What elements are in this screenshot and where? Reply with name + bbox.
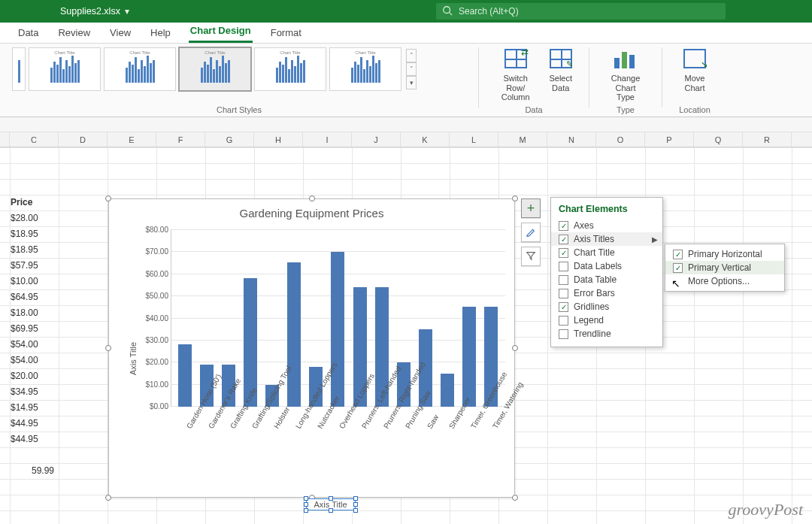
y-axis-title[interactable]: Axis Title — [129, 342, 138, 375]
cell[interactable]: $64.95 — [11, 289, 59, 305]
resize-handle[interactable] — [512, 495, 518, 501]
chart-element-option[interactable]: Axes — [551, 219, 662, 232]
checkbox-icon[interactable] — [559, 329, 568, 339]
bar[interactable] — [462, 307, 476, 407]
gallery-more-icon[interactable]: ▾ — [406, 76, 417, 89]
chart-element-option[interactable]: Data Table — [551, 273, 662, 286]
col-header[interactable]: R — [743, 132, 792, 147]
col-header[interactable]: P — [645, 132, 694, 147]
resize-handle[interactable] — [105, 195, 111, 201]
chart-filters-button[interactable] — [521, 247, 541, 266]
col-header[interactable]: L — [450, 132, 498, 147]
chart-elements-button[interactable]: + — [521, 198, 541, 218]
resize-handle[interactable] — [309, 195, 315, 201]
chart-style-thumb[interactable]: Chart Title — [329, 47, 401, 91]
bar[interactable] — [331, 252, 344, 407]
move-chart-button[interactable]: ➘ Move Chart — [679, 47, 710, 94]
checkbox-icon[interactable] — [559, 262, 568, 271]
checkbox-icon[interactable] — [559, 235, 568, 244]
chart-styles-button[interactable] — [521, 223, 541, 242]
checkbox-icon[interactable] — [559, 248, 568, 258]
cell[interactable]: $69.95 — [11, 321, 59, 337]
chart-element-option[interactable]: Axis Titles▶ — [551, 232, 662, 246]
checkbox-icon[interactable] — [559, 302, 568, 312]
col-header[interactable]: O — [596, 132, 645, 147]
chart-style-thumb[interactable]: Chart Title — [254, 47, 326, 91]
checkbox-icon[interactable] — [559, 275, 568, 285]
axis-title-option[interactable]: More Options... — [665, 274, 784, 288]
cell[interactable]: $14.95 — [11, 400, 59, 416]
col-header[interactable]: Q — [694, 132, 743, 147]
resize-handle[interactable] — [512, 345, 518, 351]
tab-view[interactable]: View — [108, 23, 132, 43]
axis-title-option[interactable]: Primary Vertical — [665, 261, 784, 274]
cell[interactable]: $20.00 — [11, 368, 59, 384]
col-header[interactable]: G — [205, 132, 254, 147]
checkbox-icon[interactable] — [559, 289, 568, 298]
resize-handle[interactable] — [105, 495, 111, 501]
gallery-up-icon[interactable]: ˄ — [406, 49, 417, 62]
select-data-button[interactable]: ✎ Select Data — [544, 47, 577, 104]
change-chart-type-button[interactable]: Change Chart Type — [601, 47, 650, 104]
search-input[interactable] — [457, 5, 720, 17]
cell[interactable]: $34.95 — [11, 384, 59, 400]
chart-element-option[interactable]: Trendline — [551, 327, 662, 341]
checkbox-icon[interactable] — [559, 316, 568, 326]
resize-handle[interactable] — [512, 195, 518, 201]
tab-data[interactable]: Data — [17, 23, 40, 43]
x-axis-title[interactable]: Axis Title — [305, 498, 355, 510]
chart-style-thumb[interactable]: Chart Title — [179, 47, 251, 91]
cell[interactable] — [11, 447, 59, 463]
bar[interactable] — [178, 344, 192, 407]
cell[interactable]: $44.95 — [11, 416, 59, 432]
col-header[interactable]: M — [498, 132, 547, 147]
cell[interactable]: $18.00 — [11, 305, 59, 321]
filename-dropdown-icon[interactable]: ▾ — [125, 6, 129, 17]
col-header[interactable]: K — [401, 132, 450, 147]
chart-style-thumb[interactable]: Chart Title — [104, 47, 176, 91]
cell[interactable]: $54.00 — [11, 353, 59, 368]
chart-title[interactable]: Gardening Equipment Prices — [109, 207, 514, 220]
cell[interactable]: $57.95 — [11, 258, 59, 274]
chart-element-option[interactable]: Gridlines — [551, 300, 662, 313]
cell[interactable]: $18.95 — [11, 226, 59, 242]
chart-element-option[interactable]: Chart Title — [551, 246, 662, 259]
col-header[interactable]: D — [59, 132, 108, 147]
col-header[interactable]: E — [108, 132, 156, 147]
col-header[interactable]: J — [352, 132, 401, 147]
col-header[interactable]: C — [10, 132, 59, 147]
cell[interactable]: $18.95 — [11, 242, 59, 258]
col-header[interactable]: I — [303, 132, 352, 147]
checkbox-icon[interactable] — [559, 221, 568, 231]
axis-title-option[interactable]: Primary Horizontal — [665, 247, 784, 261]
gallery-down-icon[interactable]: ˅ — [406, 62, 417, 76]
search-box[interactable] — [436, 3, 726, 20]
cell[interactable]: $28.00 — [11, 211, 59, 226]
cell[interactable]: 59.99 — [11, 463, 59, 479]
tab-chart-design[interactable]: Chart Design — [189, 21, 253, 43]
bar[interactable] — [441, 374, 454, 407]
chart-element-option[interactable]: Legend — [551, 313, 662, 327]
chart-style-thumb[interactable]: Chart Title — [29, 47, 101, 91]
cell[interactable]: $10.00 — [11, 274, 59, 289]
y-tick-label: $50.00 — [138, 292, 168, 300]
chart-element-option[interactable]: Data Labels — [551, 259, 662, 273]
tab-review[interactable]: Review — [56, 23, 92, 43]
col-header[interactable]: F — [156, 132, 205, 147]
tab-help[interactable]: Help — [149, 23, 172, 43]
cell[interactable]: $44.95 — [11, 432, 59, 447]
col-header[interactable]: N — [547, 132, 596, 147]
chart-style-thumb[interactable] — [12, 47, 26, 91]
resize-handle[interactable] — [105, 345, 111, 351]
col-header[interactable]: H — [254, 132, 303, 147]
chart-element-option[interactable]: Error Bars — [551, 286, 662, 300]
worksheet-area[interactable]: Price $28.00 $18.95 $18.95 $57.95 $10.00… — [0, 147, 812, 524]
checkbox-icon[interactable] — [673, 263, 683, 273]
checkbox-icon[interactable] — [673, 250, 683, 259]
bar[interactable] — [287, 262, 301, 407]
cell[interactable]: $54.00 — [11, 337, 59, 353]
embedded-chart[interactable]: Gardening Equipment Prices Axis Title $0… — [108, 198, 515, 498]
document-filename[interactable]: Supplies2.xlsx — [60, 6, 120, 17]
switch-row-column-button[interactable]: ⇄ Switch Row/ Column — [491, 47, 540, 104]
tab-format[interactable]: Format — [269, 23, 303, 43]
